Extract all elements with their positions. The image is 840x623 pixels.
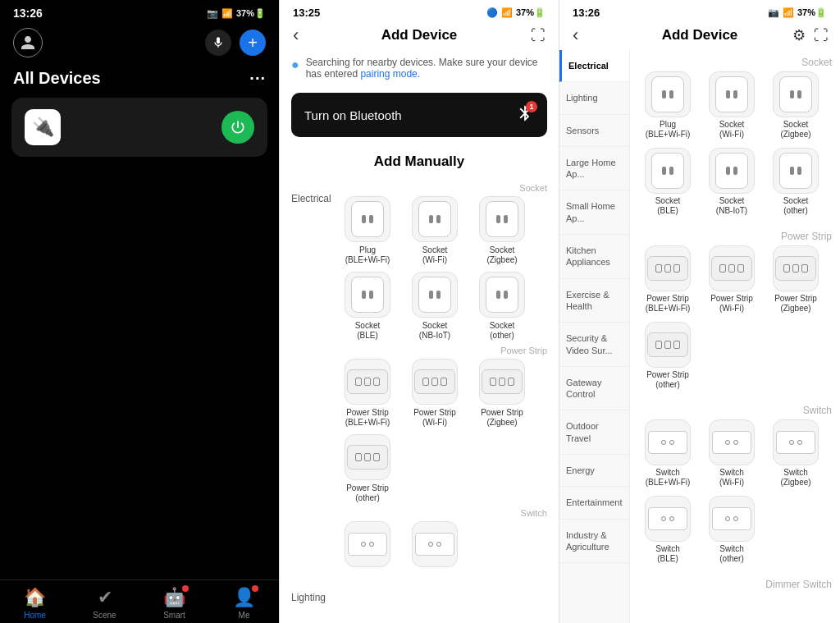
device-card[interactable]: 🔌 [11, 98, 267, 157]
device-switch-2-p2[interactable] [404, 521, 465, 570]
main-socket-ble-icon [645, 148, 691, 194]
bluetooth-bar[interactable]: Turn on Bluetooth 1 [291, 93, 547, 137]
main-subcat-power-strip: Power Strip [638, 224, 832, 245]
wifi-icon-2: 📶 [501, 7, 513, 18]
device-socket-nb[interactable]: Socket(NB-IoT) [404, 272, 465, 341]
avatar[interactable] [13, 28, 43, 57]
sidebar-item-sensors[interactable]: Sensors [559, 115, 629, 147]
device-socket-ble[interactable]: Socket(BLE) [337, 272, 398, 341]
main-switch-zigbee-icon [773, 419, 819, 465]
main-socket-ble[interactable]: Socket(BLE) [638, 148, 697, 216]
device-strip-wifi[interactable]: Power Strip(Wi-Fi) [404, 359, 465, 428]
main-socket-wifi-icon [709, 71, 755, 117]
nav-smart[interactable]: 🤖 Smart [139, 587, 209, 620]
device-socket-wifi[interactable]: Socket(Wi-Fi) [404, 196, 465, 265]
back-button-2[interactable]: ‹ [293, 25, 299, 46]
sidebar-item-kitchen[interactable]: Kitchen Appliances [559, 235, 629, 279]
home-icon: 🏠 [24, 587, 46, 608]
sidebar-item-industry[interactable]: Industry & Agriculture [559, 520, 629, 564]
sidebar-item-small-home[interactable]: Small Home Ap... [559, 190, 629, 235]
socket-other-label: Socket(other) [490, 321, 515, 341]
subcat-socket: Socket [337, 183, 547, 193]
add-manually-title: Add Manually [280, 137, 559, 178]
main-socket-other[interactable]: Socket(other) [766, 148, 825, 216]
panel-add-device-search: 13:25 🔵 📶 37%🔋 ‹ Add Device ⛶ ● Searchin… [279, 0, 559, 623]
sidebar-item-exercise[interactable]: Exercise & Health [559, 279, 629, 323]
settings-button-3[interactable]: ⚙ [792, 26, 806, 44]
panel2-topbar: ‹ Add Device ⛶ [280, 22, 559, 50]
expand-button-3[interactable]: ⛶ [814, 27, 829, 44]
power-button[interactable] [221, 111, 254, 144]
more-menu-button[interactable]: ··· [249, 69, 266, 88]
cat-content-electrical: Socket Plug(BLE+Wi-Fi) Socket(Wi-Fi) [337, 178, 547, 570]
sidebar-item-outdoor[interactable]: Outdoor Travel [559, 410, 629, 455]
main-socket-zigbee[interactable]: Socket(Zigbee) [766, 71, 825, 140]
main-strip-other-label: Power Strip(other) [646, 370, 689, 390]
main-switch-wifi-icon [709, 419, 755, 465]
main-socket-nb[interactable]: Socket(NB-IoT) [702, 148, 761, 216]
main-strip-zigbee[interactable]: Power Strip(Zigbee) [766, 245, 825, 314]
main-plug-ble-wifi[interactable]: Plug(BLE+Wi-Fi) [638, 71, 697, 140]
main-switch-zigbee-label: Switch(Zigbee) [780, 468, 810, 488]
expand-button-2[interactable]: ⛶ [531, 27, 546, 44]
pairing-mode-link[interactable]: pairing mode [360, 68, 417, 80]
main-strip-wifi-label: Power Strip(Wi-Fi) [710, 294, 753, 314]
device-strip-other[interactable]: Power Strip(other) [337, 434, 398, 503]
panel3-body: Electrical Lighting Sensors Large Home A… [559, 50, 840, 623]
main-socket-zigbee-icon [773, 71, 819, 117]
main-strip-ble-wifi[interactable]: Power Strip(BLE+Wi-Fi) [638, 245, 697, 314]
panel-all-devices: 13:26 📷 📶 37%🔋 + All Devices ··· 🔌 🏠 [0, 0, 279, 623]
sidebar-item-electrical[interactable]: Electrical [559, 50, 629, 82]
add-button[interactable]: + [240, 30, 266, 56]
device-socket-zigbee[interactable]: Socket(Zigbee) [472, 196, 532, 265]
device-socket-other[interactable]: Socket(other) [472, 272, 532, 341]
sidebar-item-large-home[interactable]: Large Home Ap... [559, 147, 629, 191]
strip-grid-1: Power Strip(BLE+Wi-Fi) Power Strip(Wi-Fi… [337, 359, 547, 428]
main-socket-nb-label: Socket(NB-IoT) [716, 196, 747, 216]
main-switch-ble-wifi-label: Switch(BLE+Wi-Fi) [646, 468, 691, 488]
sidebar-item-lighting[interactable]: Lighting [559, 82, 629, 114]
sidebar-item-energy[interactable]: Energy [559, 455, 629, 487]
main-strip-wifi[interactable]: Power Strip(Wi-Fi) [702, 245, 761, 314]
main-switch-other-icon [709, 496, 755, 542]
nav-me[interactable]: 👤 Me [209, 587, 279, 620]
main-strip-other[interactable]: Power Strip(other) [638, 322, 697, 390]
cat-label-electrical: Electrical [291, 178, 337, 204]
main-socket-wifi-label: Socket(Wi-Fi) [719, 120, 745, 140]
sidebar-item-security[interactable]: Security & Video Sur... [559, 323, 629, 367]
device-switch-1-p2[interactable] [337, 521, 398, 570]
device-plug-ble-wifi[interactable]: Plug(BLE+Wi-Fi) [337, 196, 398, 265]
wifi-icon: 📶 [221, 8, 233, 19]
strip-grid-2: Power Strip(other) [337, 434, 547, 503]
strip-ble-wifi-icon [345, 359, 390, 405]
device-strip-ble-wifi[interactable]: Power Strip(BLE+Wi-Fi) [337, 359, 398, 428]
sidebar-item-entertainment[interactable]: Entertainment [559, 487, 629, 519]
mic-button[interactable] [205, 30, 231, 56]
switch-1-icon-p2 [345, 521, 390, 567]
main-socket-row-1: Plug(BLE+Wi-Fi) Socket(Wi-Fi) Socket(Zig… [638, 71, 832, 140]
main-socket-wifi[interactable]: Socket(Wi-Fi) [702, 71, 761, 140]
strip-other-icon [345, 434, 390, 480]
subcat-power-strip: Power Strip [337, 346, 547, 355]
main-switch-ble[interactable]: Switch(BLE) [638, 496, 697, 564]
bluetooth-badge: 1 [526, 101, 537, 112]
time-3: 13:26 [573, 7, 600, 19]
main-switch-ble-wifi[interactable]: Switch(BLE+Wi-Fi) [638, 419, 697, 488]
nav-home[interactable]: 🏠 Home [0, 587, 70, 620]
main-switch-other[interactable]: Switch(other) [702, 496, 761, 564]
subcat-switch-p2: Switch [337, 508, 547, 518]
main-switch-wifi[interactable]: Switch(Wi-Fi) [702, 419, 761, 488]
socket-nb-icon [412, 272, 458, 318]
sidebar-item-gateway[interactable]: Gateway Control [559, 367, 629, 411]
socket-nb-label: Socket(NB-IoT) [419, 321, 450, 341]
back-button-3[interactable]: ‹ [573, 25, 578, 46]
battery-3: 37%🔋 [797, 7, 827, 18]
main-switch-ble-label: Switch(BLE) [655, 544, 679, 564]
switch-grid-p2 [337, 521, 547, 570]
main-strip-ble-wifi-label: Power Strip(BLE+Wi-Fi) [646, 294, 691, 314]
nav-scene[interactable]: ✔ Scene [70, 587, 139, 620]
bluetooth-icon-wrap: 1 [516, 104, 534, 126]
device-strip-zigbee[interactable]: Power Strip(Zigbee) [472, 359, 532, 428]
main-switch-zigbee[interactable]: Switch(Zigbee) [766, 419, 825, 488]
camera-icon-3: 📷 [768, 7, 779, 18]
